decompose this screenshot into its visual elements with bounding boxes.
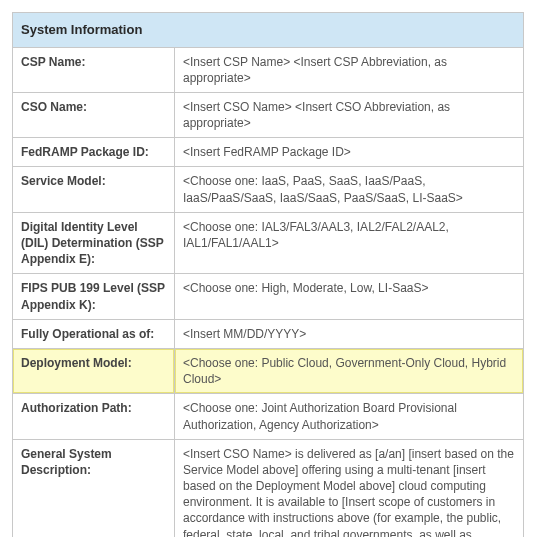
row-value: <Choose one: Joint Authorization Board P…	[175, 394, 524, 439]
table-row: Deployment Model:<Choose one: Public Clo…	[13, 348, 524, 393]
row-value: <Choose one: Public Cloud, Government-On…	[175, 348, 524, 393]
table-row: Fully Operational as of:<Insert MM/DD/YY…	[13, 319, 524, 348]
row-label: Deployment Model:	[13, 348, 175, 393]
table-row: Service Model:<Choose one: IaaS, PaaS, S…	[13, 167, 524, 212]
row-label: CSP Name:	[13, 47, 175, 92]
row-label: General System Description:	[13, 439, 175, 537]
table-row: CSO Name:<Insert CSO Name> <Insert CSO A…	[13, 92, 524, 137]
row-value: <Insert FedRAMP Package ID>	[175, 138, 524, 167]
row-label: Authorization Path:	[13, 394, 175, 439]
row-label: Digital Identity Level (DIL) Determinati…	[13, 212, 175, 274]
table-row: FIPS PUB 199 Level (SSP Appendix K):<Cho…	[13, 274, 524, 319]
table-row: CSP Name:<Insert CSP Name> <Insert CSP A…	[13, 47, 524, 92]
row-value: <Insert CSO Name> <Insert CSO Abbreviati…	[175, 92, 524, 137]
row-value: <Choose one: IaaS, PaaS, SaaS, IaaS/PaaS…	[175, 167, 524, 212]
row-label: FIPS PUB 199 Level (SSP Appendix K):	[13, 274, 175, 319]
row-label: CSO Name:	[13, 92, 175, 137]
row-label: Service Model:	[13, 167, 175, 212]
table-row: FedRAMP Package ID:<Insert FedRAMP Packa…	[13, 138, 524, 167]
row-label: Fully Operational as of:	[13, 319, 175, 348]
table-row: Digital Identity Level (DIL) Determinati…	[13, 212, 524, 274]
table-row: Authorization Path:<Choose one: Joint Au…	[13, 394, 524, 439]
row-value: <Insert CSP Name> <Insert CSP Abbreviati…	[175, 47, 524, 92]
row-value: <Choose one: High, Moderate, Low, LI-Saa…	[175, 274, 524, 319]
table-header: System Information	[13, 13, 524, 48]
row-value: <Insert MM/DD/YYYY>	[175, 319, 524, 348]
row-value: <Insert CSO Name> is delivered as [a/an]…	[175, 439, 524, 537]
table-body: CSP Name:<Insert CSP Name> <Insert CSP A…	[13, 47, 524, 537]
table-row: General System Description:<Insert CSO N…	[13, 439, 524, 537]
row-value: <Choose one: IAL3/FAL3/AAL3, IAL2/FAL2/A…	[175, 212, 524, 274]
system-information-table: System Information CSP Name:<Insert CSP …	[12, 12, 524, 537]
row-label: FedRAMP Package ID:	[13, 138, 175, 167]
